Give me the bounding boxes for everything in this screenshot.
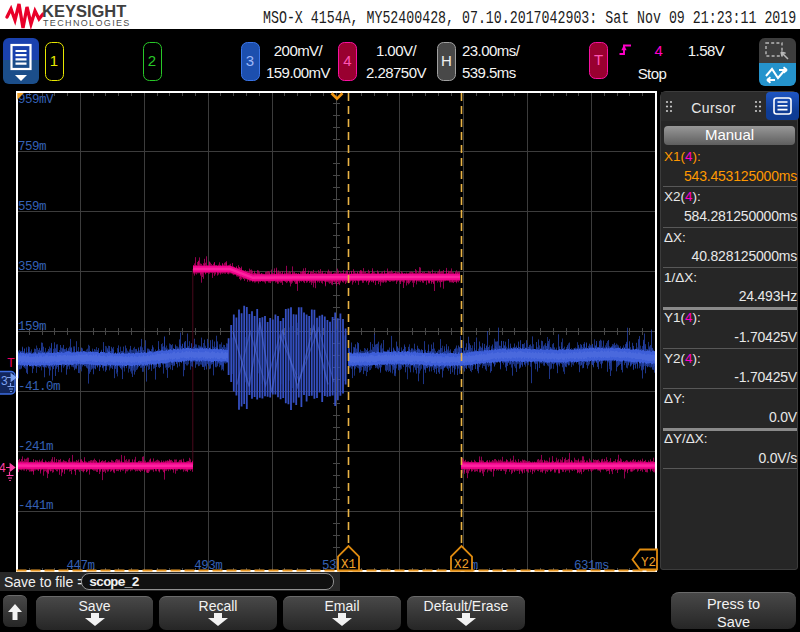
svg-text:-441m: -441m	[18, 499, 53, 513]
svg-text:-41.0m: -41.0m	[18, 380, 60, 394]
svg-text:3: 3	[1, 374, 8, 388]
svg-text:X2: X2	[454, 558, 469, 572]
svg-text:-241m: -241m	[18, 440, 53, 454]
svg-text:Y2: Y2	[641, 556, 656, 570]
svg-text:559m: 559m	[18, 200, 46, 214]
svg-text:T: T	[7, 356, 15, 371]
svg-text:159m: 159m	[18, 320, 46, 334]
svg-text:959mV: 959mV	[18, 93, 54, 107]
svg-text:X1: X1	[341, 558, 356, 572]
svg-text:759m: 759m	[18, 140, 46, 154]
svg-text:359m: 359m	[18, 260, 46, 274]
svg-text:4: 4	[0, 461, 6, 475]
